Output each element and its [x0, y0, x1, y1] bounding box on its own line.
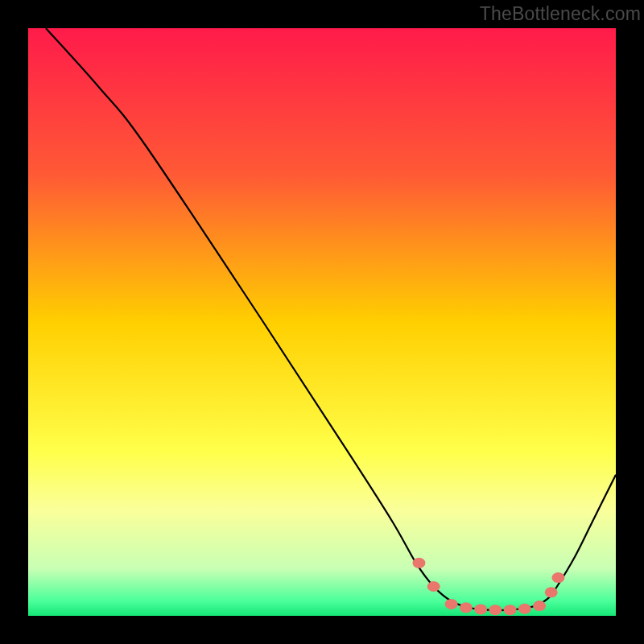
watermark-text: TheBottleneck.com [480, 3, 641, 25]
chart-svg [28, 28, 616, 616]
data-marker [551, 572, 564, 583]
data-marker [460, 602, 473, 613]
plot-area [28, 28, 616, 616]
data-marker [504, 605, 517, 615]
chart-frame: TheBottleneck.com [0, 0, 644, 644]
data-marker [445, 599, 458, 609]
data-marker [412, 558, 425, 568]
data-marker [474, 604, 487, 614]
data-marker [518, 604, 531, 614]
data-marker [427, 581, 440, 592]
data-marker [545, 587, 558, 597]
data-marker [489, 605, 502, 615]
data-marker [533, 601, 546, 611]
gradient-backdrop [28, 28, 616, 616]
